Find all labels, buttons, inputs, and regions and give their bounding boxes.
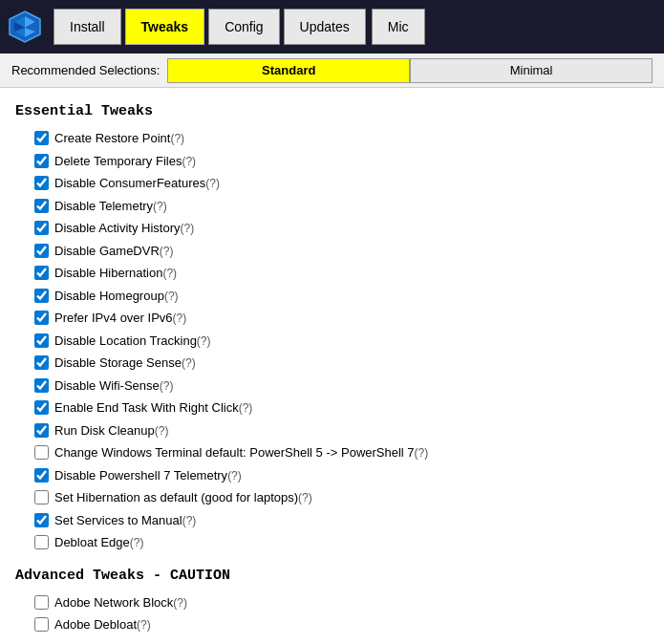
item-label[interactable]: Delete Temporary Files(?) — [54, 152, 196, 171]
checkbox[interactable] — [34, 400, 49, 415]
main-content: Essential Tweaks Create Restore Point(?)… — [0, 88, 664, 644]
item-label[interactable]: Adobe Debloat(?) — [54, 615, 151, 634]
item-label[interactable]: Prefer IPv4 over IPv6(?) — [54, 309, 186, 328]
item-label[interactable]: Disable ConsumerFeatures(?) — [54, 174, 220, 193]
checkbox[interactable] — [34, 199, 49, 213]
rec-bar: Recommended Selections: Standard Minimal — [0, 54, 664, 88]
checkbox[interactable] — [34, 468, 49, 483]
updates-button[interactable]: Updates — [284, 9, 366, 45]
item-label[interactable]: Create Restore Point(?) — [54, 129, 184, 148]
list-item: Create Restore Point(?) — [15, 127, 649, 150]
item-label[interactable]: Disable GameDVR(?) — [54, 242, 174, 261]
essential-items-list: Create Restore Point(?)Delete Temporary … — [15, 127, 649, 554]
list-item: Prefer IPv4 over IPv6(?) — [15, 307, 649, 330]
checkbox[interactable] — [34, 333, 49, 348]
list-item: Disable Location Tracking(?) — [15, 330, 649, 353]
essential-section-header: Essential Tweaks — [15, 103, 649, 119]
list-item: Adobe Debloat(?) — [15, 613, 649, 636]
list-item: Run Disk Cleanup(?) — [15, 419, 649, 442]
top-bar: Install Tweaks Config Updates Mic — [0, 0, 664, 54]
list-item: Disable GameDVR(?) — [15, 240, 649, 263]
checkbox[interactable] — [34, 131, 49, 145]
checkbox[interactable] — [34, 535, 49, 549]
checkbox[interactable] — [34, 355, 49, 370]
advanced-items-list: Adobe Network Block(?)Adobe Debloat(?) — [15, 591, 649, 636]
checkbox[interactable] — [34, 617, 49, 632]
list-item: Disable Storage Sense(?) — [15, 352, 649, 375]
checkbox[interactable] — [34, 244, 49, 258]
item-label[interactable]: Disable Hibernation(?) — [54, 264, 177, 283]
list-item: Disable Hibernation(?) — [15, 262, 649, 285]
list-item: Disable Activity History(?) — [15, 217, 649, 240]
rec-label: Recommended Selections: — [11, 63, 160, 77]
minimal-option[interactable]: Minimal — [410, 58, 653, 83]
app-logo — [8, 10, 42, 44]
checkbox[interactable] — [34, 595, 49, 610]
item-label[interactable]: Disable Storage Sense(?) — [54, 354, 196, 373]
list-item: Set Services to Manual(?) — [15, 509, 649, 532]
tweaks-button[interactable]: Tweaks — [125, 9, 205, 45]
item-label[interactable]: Debloat Edge(?) — [54, 533, 143, 552]
checkbox[interactable] — [34, 221, 49, 235]
list-item: Disable Wifi-Sense(?) — [15, 375, 649, 397]
item-label[interactable]: Run Disk Cleanup(?) — [54, 421, 168, 440]
checkbox[interactable] — [34, 176, 49, 190]
list-item: Debloat Edge(?) — [15, 531, 649, 554]
item-label[interactable]: Disable Activity History(?) — [54, 219, 194, 238]
checkbox[interactable] — [34, 490, 49, 504]
checkbox[interactable] — [34, 289, 49, 303]
item-label[interactable]: Set Hibernation as default (good for lap… — [54, 488, 312, 507]
list-item: Disable Telemetry(?) — [15, 195, 649, 218]
standard-option[interactable]: Standard — [167, 58, 410, 83]
item-label[interactable]: Disable Wifi-Sense(?) — [54, 376, 174, 396]
checkbox[interactable] — [34, 423, 49, 438]
item-label[interactable]: Change Windows Terminal default: PowerSh… — [54, 443, 428, 462]
list-item: Change Windows Terminal default: PowerSh… — [15, 441, 649, 464]
list-item: Enable End Task With Right Click(?) — [15, 397, 649, 419]
checkbox[interactable] — [34, 378, 49, 393]
rec-options: Standard Minimal — [167, 58, 653, 83]
item-label[interactable]: Set Services to Manual(?) — [54, 511, 196, 530]
misc-button[interactable]: Mic — [372, 9, 425, 45]
list-item: Disable Powershell 7 Telemetry(?) — [15, 464, 649, 487]
list-item: Disable Homegroup(?) — [15, 285, 649, 308]
item-label[interactable]: Disable Location Tracking(?) — [54, 332, 211, 351]
config-button[interactable]: Config — [208, 9, 279, 45]
advanced-section-header: Advanced Tweaks - CAUTION — [15, 568, 649, 584]
list-item: Disable ConsumerFeatures(?) — [15, 172, 649, 195]
list-item: Delete Temporary Files(?) — [15, 150, 649, 173]
checkbox[interactable] — [34, 513, 49, 527]
list-item: Adobe Network Block(?) — [15, 591, 649, 614]
item-label[interactable]: Adobe Network Block(?) — [54, 593, 187, 612]
item-label[interactable]: Disable Powershell 7 Telemetry(?) — [54, 466, 242, 485]
item-label[interactable]: Enable End Task With Right Click(?) — [54, 398, 252, 418]
checkbox[interactable] — [34, 445, 49, 460]
item-label[interactable]: Disable Telemetry(?) — [54, 197, 167, 216]
checkbox[interactable] — [34, 266, 49, 280]
list-item: Set Hibernation as default (good for lap… — [15, 486, 649, 509]
install-button[interactable]: Install — [54, 9, 121, 45]
item-label[interactable]: Disable Homegroup(?) — [54, 287, 179, 306]
checkbox[interactable] — [34, 311, 49, 325]
checkbox[interactable] — [34, 154, 49, 168]
